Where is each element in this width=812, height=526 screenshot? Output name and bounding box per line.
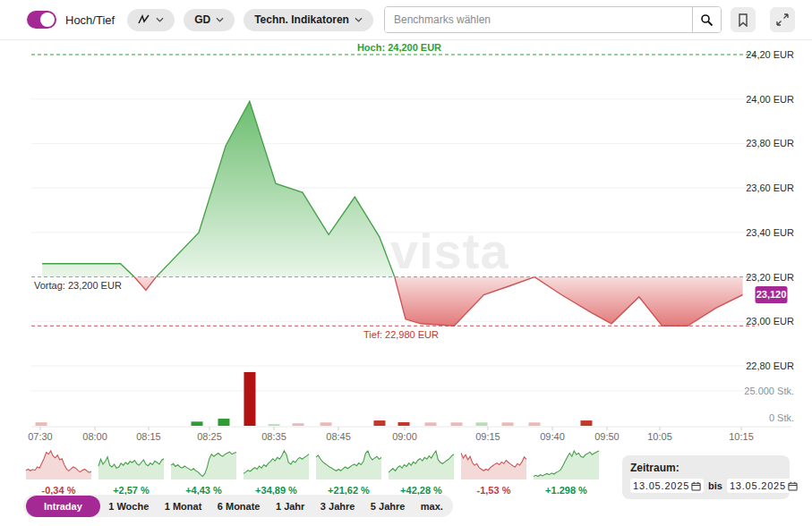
x-axis-label: 07:30 — [28, 431, 53, 442]
tab-6-monate[interactable]: 6 Monate — [210, 497, 268, 515]
benchmark-sparkline[interactable]: +4,43 % — [170, 446, 237, 496]
benchmark-search — [384, 6, 722, 33]
sparkline-chart — [170, 446, 237, 480]
y-axis-label: 22,80 EUR — [746, 361, 794, 371]
y-axis-label: 23,00 EUR — [746, 316, 794, 327]
sparkline-chart — [243, 446, 310, 480]
indicators-dropdown[interactable]: Techn. Indikatoren — [244, 9, 373, 31]
benchmark-sparkline[interactable]: +21,62 % — [315, 446, 382, 496]
tab-1-woche[interactable]: 1 Woche — [101, 497, 156, 515]
bookmark-button[interactable] — [731, 7, 756, 32]
volume-bar — [398, 422, 410, 426]
zeitraum-panel: Zeitraum: bis — [622, 455, 790, 499]
x-axis-label: 09:00 — [392, 431, 417, 442]
volume-axis-label: 0 Stk. — [769, 412, 794, 423]
fullscreen-button[interactable] — [770, 7, 795, 32]
x-axis-label: 09:40 — [540, 431, 565, 442]
indicators-label: Techn. Indikatoren — [254, 13, 349, 26]
search-button[interactable] — [692, 7, 721, 32]
volume-bar — [373, 420, 385, 426]
toggle-knob — [40, 13, 55, 27]
bis-label: bis — [708, 480, 722, 491]
zeitraum-title: Zeitraum: — [630, 462, 782, 474]
sparkline-chart — [460, 446, 527, 480]
volume-bar — [244, 372, 255, 426]
volume-bar — [580, 420, 592, 426]
calendar-icon — [691, 481, 701, 491]
benchmark-sparkline[interactable]: -0,34 % — [25, 446, 92, 496]
sparkline-change-label: +1.298 % — [533, 485, 600, 496]
hoch-tief-label: Hoch/Tief — [65, 13, 115, 27]
tab-5-jahre[interactable]: 5 Jahre — [363, 497, 413, 515]
benchmark-search-input[interactable] — [385, 7, 692, 32]
date-range: bis — [630, 479, 782, 493]
benchmark-sparkline-row: -0,34 %+2,57 %+4,43 %+34,89 %+21,62 %+42… — [25, 446, 600, 496]
date-from-input[interactable] — [633, 480, 689, 491]
volume-bar — [502, 422, 514, 426]
chevron-down-icon — [156, 17, 164, 22]
y-axis-label: 23,20 EUR — [746, 272, 794, 283]
x-axis-label: 08:15 — [136, 431, 161, 442]
high-line-label: Hoch: 24,200 EUR — [357, 42, 441, 53]
period-tabs: Intraday1 Woche1 Monat6 Monate1 Jahr3 Ja… — [23, 495, 453, 517]
gd-dropdown[interactable]: GD — [184, 9, 235, 31]
sparkline-chart — [388, 446, 455, 480]
volume-bar — [292, 423, 303, 426]
tab-intraday[interactable]: Intraday — [26, 496, 100, 517]
benchmark-sparkline[interactable]: -1,53 % — [460, 446, 527, 496]
date-from[interactable] — [630, 479, 704, 493]
sparkline-chart — [98, 446, 165, 480]
tab-1-monat[interactable]: 1 Monat — [158, 497, 209, 515]
volume-bar — [321, 422, 332, 426]
volume-bar — [528, 422, 540, 426]
bookmark-icon — [738, 13, 748, 27]
sparkline-chart — [25, 446, 92, 480]
sparkline-change-label: -1,53 % — [460, 485, 527, 496]
y-axis-label: 24,00 EUR — [746, 94, 794, 105]
tab-3-jahre[interactable]: 3 Jahre — [313, 497, 363, 515]
x-axis-label: 09:50 — [594, 431, 620, 442]
chevron-down-icon — [216, 17, 224, 22]
volume-bar — [218, 419, 229, 426]
volume-bar — [36, 422, 47, 426]
x-axis-label: 10:15 — [729, 431, 754, 442]
y-axis-label: 23,60 EUR — [746, 182, 794, 193]
date-to-input[interactable] — [730, 480, 786, 491]
benchmark-sparkline[interactable]: +34,89 % — [243, 446, 310, 496]
tab-max[interactable]: max. — [414, 497, 450, 515]
y-axis-label: 23,80 EUR — [746, 138, 794, 148]
chevron-down-icon — [355, 17, 363, 22]
x-axis-label: 10:05 — [647, 431, 672, 442]
benchmark-sparkline[interactable]: +2,57 % — [98, 446, 165, 496]
x-axis-label: 08:35 — [261, 431, 286, 442]
x-axis-label: 08:45 — [326, 431, 351, 442]
volume-bar — [192, 421, 203, 426]
y-axis-label: 23,40 EUR — [746, 227, 794, 238]
benchmark-sparkline[interactable]: +1.298 % — [533, 446, 600, 496]
date-to[interactable] — [727, 479, 800, 493]
sparkline-chart — [533, 446, 600, 480]
chart-widget: onvistaHoch: 24,200 EURVortag: 23,200 EU… — [0, 0, 812, 526]
gd-label: GD — [194, 13, 210, 26]
chart-type-dropdown[interactable] — [127, 9, 175, 31]
y-axis-label: 24,20 EUR — [746, 49, 794, 60]
volume-bar — [269, 424, 280, 426]
volume-bar — [424, 422, 436, 426]
price-area-negative — [42, 101, 743, 326]
calendar-icon — [788, 481, 798, 491]
tab-1-jahr[interactable]: 1 Jahr — [269, 497, 312, 515]
x-axis-label: 08:25 — [197, 431, 222, 442]
volume-bar — [476, 422, 488, 426]
sparkline-chart — [315, 446, 382, 480]
last-price-value: 23,120 — [756, 289, 787, 300]
search-icon — [700, 13, 714, 27]
x-axis-label: 09:15 — [475, 431, 500, 442]
benchmark-sparkline[interactable]: +42,28 % — [388, 446, 455, 496]
chart-toolbar: Hoch/Tief GD Techn. Indikatoren — [0, 0, 812, 40]
line-chart-icon — [138, 14, 150, 25]
price-chart[interactable]: onvistaHoch: 24,200 EURVortag: 23,200 EU… — [0, 0, 812, 446]
volume-axis-label: 25.000 Stk. — [744, 386, 794, 396]
hoch-tief-toggle[interactable] — [27, 11, 56, 29]
x-axis-label: 08:00 — [82, 431, 107, 442]
prev-close-label: Vortag: 23,200 EUR — [34, 280, 122, 291]
